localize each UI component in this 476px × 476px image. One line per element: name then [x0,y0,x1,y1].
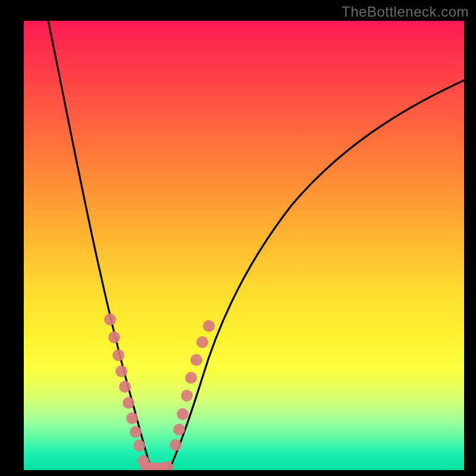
svg-point-17 [177,408,189,420]
svg-point-4 [119,381,131,393]
svg-point-20 [190,354,202,366]
marker-cluster-left [104,314,149,467]
svg-point-1 [108,331,120,343]
curve-right-branch [170,80,464,469]
svg-point-7 [130,426,142,438]
svg-point-22 [203,320,215,332]
svg-point-21 [196,336,208,348]
svg-point-5 [123,397,134,409]
svg-point-18 [181,390,193,402]
watermark-text: TheBottleneck.com [342,4,469,20]
svg-point-2 [112,349,124,361]
svg-point-3 [115,365,127,377]
svg-point-16 [173,424,185,436]
chart-plot-area [24,21,464,470]
marker-cluster-right [170,320,215,451]
marker-cluster-bottom [140,461,173,470]
chart-svg [24,21,464,470]
svg-point-8 [133,440,145,452]
svg-point-0 [104,314,116,325]
curve-left-branch [48,21,151,470]
svg-point-15 [170,439,181,451]
svg-point-19 [185,372,197,384]
chart-frame: TheBottleneck.com [0,0,476,476]
svg-point-6 [126,412,138,424]
